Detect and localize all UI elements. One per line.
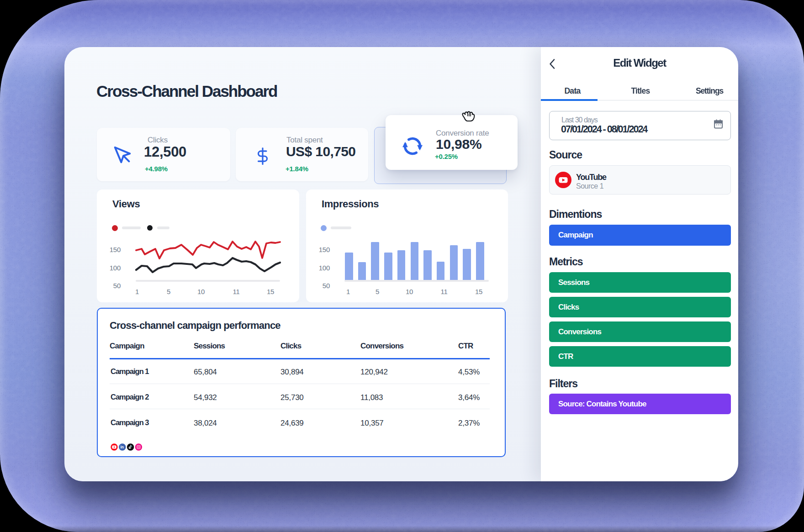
svg-text:in: in [121, 445, 124, 449]
